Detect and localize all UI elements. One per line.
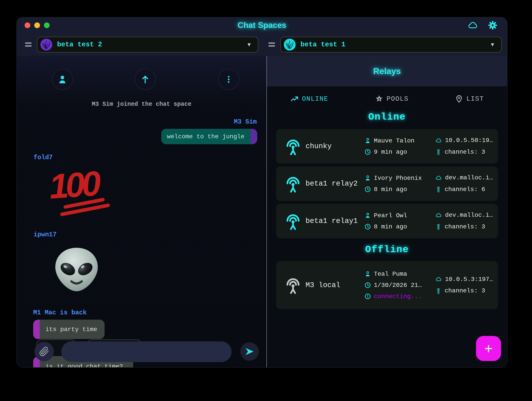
tab-label: ONLINE: [302, 95, 328, 103]
relay-channels: channels: 3: [435, 148, 494, 156]
channels-antenna-icon: [435, 148, 442, 156]
settings-button[interactable]: [487, 20, 499, 31]
scroll-to-top-button[interactable]: [135, 69, 156, 90]
main-content: M3 Sim joined the chat space M3 Sim welc…: [17, 56, 507, 368]
channels-antenna-icon: [435, 287, 442, 295]
traffic-lights: [25, 17, 50, 33]
titlebar: Chat Spaces: [17, 17, 507, 33]
trending-up-icon: [290, 95, 299, 103]
relay-last-seen: 1/30/2026 21…: [364, 282, 435, 289]
star-pools-icon: [375, 95, 384, 103]
space-selector-right[interactable]: beta test 1 ▼: [280, 37, 502, 52]
alien-emoji: [53, 245, 100, 294]
space-label: beta test 1: [300, 41, 485, 48]
kebab-menu-icon: [224, 75, 234, 84]
offline-section-header: Offline: [267, 244, 507, 255]
antenna-icon: [285, 175, 301, 193]
antenna-icon: [285, 212, 301, 230]
paperclip-icon: [39, 346, 49, 356]
app-title: Chat Spaces: [17, 21, 507, 30]
relay-name: beta1 relay2: [305, 180, 364, 188]
message-sender: fold7: [34, 154, 53, 161]
relay-address: dev.malloc.i…: [435, 174, 494, 181]
channels-antenna-icon: [435, 186, 442, 193]
cloud-icon: [467, 20, 479, 30]
tab-label: POOLS: [386, 95, 409, 103]
space-selector-row: beta test 2 ▼ beta test 1 ▼: [17, 33, 507, 56]
relay-channels: channels: 6: [435, 186, 494, 193]
relay-card[interactable]: M3 local Teal Puma 1/30/2026 21… connect…: [276, 261, 498, 309]
person-icon: [364, 271, 371, 277]
chevron-down-icon: ▼: [247, 42, 252, 48]
hundred-points-emoji: 100: [48, 165, 117, 217]
tab-list[interactable]: LIST: [455, 95, 484, 103]
relay-channels: channels: 3: [435, 223, 494, 230]
space-avatar-left: [40, 39, 52, 51]
chat-pane: M3 Sim joined the chat space M3 Sim welc…: [17, 56, 266, 368]
chat-message-bubble[interactable]: welcome to the jungle: [161, 129, 257, 144]
message-accent-bar: [33, 320, 40, 339]
relay-channels: channels: 3: [435, 287, 494, 295]
person-icon: [57, 74, 67, 84]
antenna-icon-offline: [285, 276, 301, 294]
space-label: beta test 2: [57, 41, 242, 48]
members-button[interactable]: [52, 69, 73, 90]
space-selector-left[interactable]: beta test 2 ▼: [37, 37, 258, 52]
plus-icon: +: [484, 340, 493, 357]
send-button[interactable]: [240, 342, 259, 361]
relay-tabs: ONLINE POOLS: [267, 92, 507, 106]
menu-handle-icon[interactable]: [25, 42, 32, 47]
relay-header: Relays: [267, 56, 507, 86]
cloud-icon: [435, 175, 442, 181]
chevron-down-icon: ▼: [490, 42, 495, 48]
online-section-header: Online: [267, 111, 507, 123]
chat-message-bubble[interactable]: its party time: [33, 320, 105, 339]
relay-owner: Teal Puma: [364, 271, 435, 278]
minimize-button[interactable]: [34, 22, 40, 28]
message-text: welcome to the jungle: [161, 129, 251, 144]
relay-address: 10.0.5.50:19…: [435, 137, 494, 144]
relay-address: 10.0.5.3:197…: [435, 276, 494, 283]
message-input[interactable]: [61, 341, 232, 362]
alert-icon: [364, 293, 371, 300]
relay-owner: Mauve Talon: [364, 137, 435, 144]
relay-card[interactable]: beta1 relay1 Pearl Owl 8 min ago dev.mal…: [276, 204, 498, 238]
add-relay-button[interactable]: +: [476, 336, 501, 361]
menu-handle-icon[interactable]: [268, 42, 275, 47]
channels-antenna-icon: [435, 223, 442, 230]
cloud-sync-button[interactable]: [467, 20, 479, 31]
person-icon: [364, 212, 371, 219]
cloud-icon: [435, 212, 442, 218]
app-window: Chat Spaces: [16, 17, 507, 368]
message-text: its party time: [40, 320, 105, 339]
attach-file-button[interactable]: [34, 342, 54, 361]
tab-label: LIST: [466, 95, 484, 103]
relay-pane: Relays ONLINE: [266, 56, 507, 368]
tab-online[interactable]: ONLINE: [290, 95, 328, 103]
relay-title: Relays: [373, 66, 401, 76]
tab-pools[interactable]: POOLS: [375, 95, 409, 103]
relay-last-seen: 9 min ago: [364, 149, 435, 155]
send-icon: [244, 346, 255, 357]
right-selector-half: beta test 1 ▼: [264, 33, 507, 56]
relay-owner: Ivory Phoenix: [364, 175, 435, 181]
more-options-button[interactable]: [218, 69, 239, 90]
person-icon: [364, 175, 371, 181]
relay-name: chunky: [305, 142, 364, 150]
message-sender: M1 Mac is back: [33, 309, 87, 316]
relay-owner: Pearl Owl: [364, 212, 435, 219]
relay-card[interactable]: chunky Mauve Talon 9 min ago 10.0.5.50:1…: [276, 129, 498, 164]
zoom-button[interactable]: [44, 22, 50, 28]
relay-card[interactable]: beta1 relay2 Ivory Phoenix 8 min ago dev…: [276, 166, 498, 201]
relay-last-seen: 8 min ago: [364, 186, 435, 193]
clock-icon: [364, 223, 371, 230]
gear-icon: [488, 20, 498, 31]
arrow-up-icon: [140, 74, 151, 85]
relay-status: connecting...: [364, 293, 435, 300]
close-button[interactable]: [25, 22, 30, 28]
relay-name: M3 local: [305, 281, 364, 289]
titlebar-actions: [467, 17, 499, 33]
relay-last-seen: 8 min ago: [364, 223, 435, 230]
cloud-icon: [435, 276, 442, 282]
clock-icon: [364, 186, 371, 193]
